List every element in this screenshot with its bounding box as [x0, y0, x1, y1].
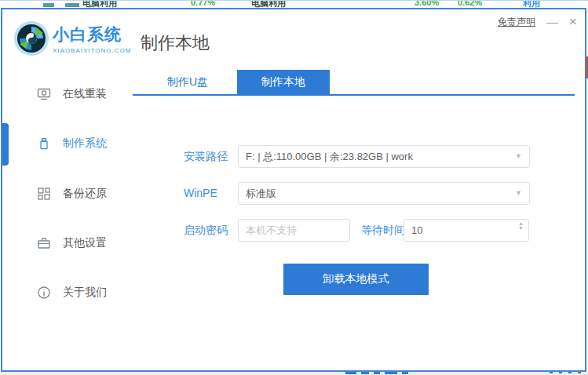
- boot-password-input[interactable]: [238, 219, 350, 242]
- screen: 电脑利用 0.77% 电脑利用 3.60% 0.62% 利用 小白系统 XIAO…: [0, 0, 588, 375]
- minimize-button[interactable]: —: [546, 14, 558, 30]
- info-icon: [37, 286, 51, 300]
- install-path-select[interactable]: F: | 总:110.00GB | 余:23.82GB | work ▼: [238, 145, 530, 168]
- install-path-label: 安装路径: [184, 145, 228, 168]
- app-logo-icon: [13, 20, 49, 56]
- brand-name: 小白系统: [53, 24, 131, 46]
- boot-password-label: 启动密码: [184, 219, 228, 242]
- briefcase-icon: [37, 236, 51, 250]
- disclaimer-link[interactable]: 免责声明: [498, 16, 535, 29]
- sidebar-item-make-system[interactable]: 制作系统: [2, 133, 140, 155]
- background-fragment: 电脑利用: [251, 0, 286, 8]
- wait-time-input[interactable]: [404, 219, 529, 242]
- install-path-value: F: | 总:110.00GB | 余:23.82GB | work: [246, 151, 413, 162]
- wait-time-label: 等待时间: [361, 219, 405, 242]
- sidebar-item-backup-restore[interactable]: 备份还原: [2, 183, 140, 205]
- sidebar-item-label: 备份还原: [63, 187, 107, 201]
- close-button[interactable]: ×: [569, 14, 577, 30]
- usb-icon: [37, 137, 51, 151]
- app-window: 小白系统 XIAOBAIXITONG.COM 制作本地 免责声明 — × 制作U…: [1, 8, 586, 372]
- background-fragment: 电脑利用: [82, 0, 117, 8]
- background-fragment: 3.60%: [415, 0, 439, 7]
- tab-make-local[interactable]: 制作本地: [237, 70, 330, 94]
- brand-domain: XIAOBAIXITONG.COM: [53, 47, 131, 54]
- monitor-reinstall-icon: [37, 87, 51, 101]
- chevron-down-icon: ▼: [515, 183, 522, 204]
- sidebar-item-online-reinstall[interactable]: 在线重装: [2, 83, 140, 105]
- background-window-top-sliver: 电脑利用 0.77% 电脑利用 3.60% 0.62% 利用: [0, 0, 588, 8]
- sidebar-item-label: 关于我们: [63, 286, 107, 300]
- background-icons: [43, 3, 79, 7]
- background-fragment: 0.62%: [458, 0, 482, 7]
- brand-block: 小白系统 XIAOBAIXITONG.COM: [53, 24, 131, 54]
- sidebar-item-other-settings[interactable]: 其他设置: [2, 232, 140, 254]
- tab-make-usb[interactable]: 制作U盘: [148, 70, 227, 94]
- tab-underline: [133, 94, 575, 96]
- chevron-down-icon: ▼: [515, 146, 522, 167]
- header-controls: 免责声明 — ×: [498, 14, 577, 30]
- sidebar-item-about-us[interactable]: 关于我们: [2, 282, 140, 304]
- background-window-bottom-sliver: [0, 372, 588, 375]
- sidebar-item-label: 在线重装: [63, 87, 107, 101]
- winpe-select[interactable]: 标准版 ▼: [238, 182, 530, 205]
- winpe-label: WinPE: [184, 182, 217, 205]
- sidebar-item-label: 其他设置: [63, 236, 107, 250]
- sidebar-item-label: 制作系统: [63, 137, 107, 151]
- page-title: 制作本地: [141, 31, 210, 55]
- backup-grid-icon: [37, 187, 51, 201]
- stepper-arrows-icon[interactable]: ▲▼: [518, 221, 524, 231]
- winpe-value: 标准版: [246, 188, 276, 199]
- wait-time-stepper: ▲▼: [404, 219, 529, 242]
- background-fragment: 利用: [523, 0, 540, 8]
- uninstall-local-mode-button[interactable]: 卸载本地模式: [283, 264, 429, 295]
- background-fragment: 0.77%: [191, 0, 215, 7]
